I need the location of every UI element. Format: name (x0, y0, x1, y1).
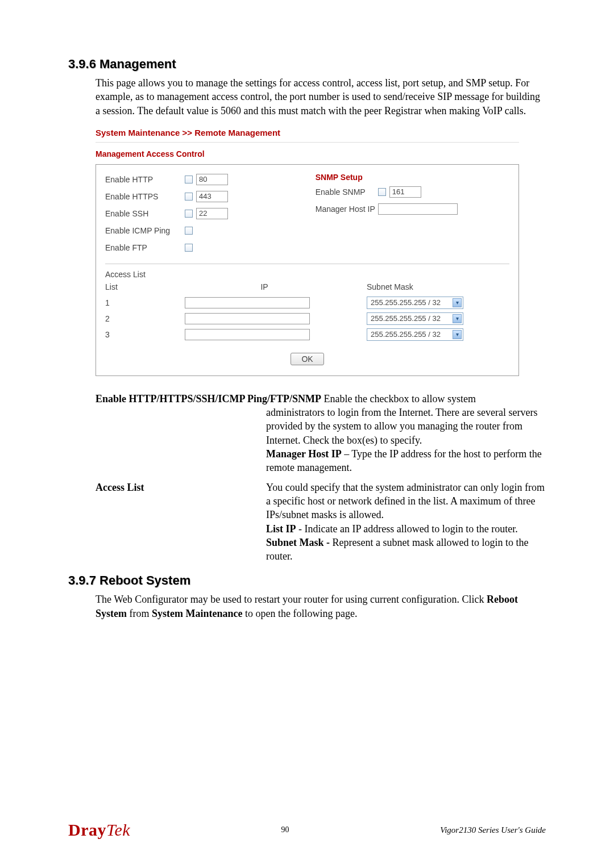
section-heading-reboot: 3.9.7 Reboot System (68, 573, 546, 588)
logo-dray: Dray (68, 820, 106, 839)
list-ip-1-input[interactable] (185, 297, 310, 308)
remote-management-screenshot: System Maintenance >> Remote Management … (96, 126, 519, 376)
list-row-3-idx: 3 (105, 327, 185, 343)
subnet-mask-3-value: 255.255.255.255 / 32 (371, 330, 453, 339)
def-listip-text: - Indicate an IP address allowed to logi… (296, 523, 518, 535)
list-ip-2-input[interactable] (185, 313, 310, 324)
def-enable-lead: Enable the checkbox to allow system (321, 393, 476, 404)
chevron-down-icon: ▾ (453, 330, 462, 339)
section-heading-management: 3.9.6 Management (68, 57, 546, 72)
access-list-section: Access List List 1 2 3 IP (105, 270, 509, 343)
def-enable-body: administrators to login from the Interne… (266, 407, 538, 446)
subnet-mask-1-select[interactable]: 255.255.255.255 / 32 ▾ (367, 297, 463, 309)
def-access-body: You could specify that the system admini… (266, 482, 545, 521)
manager-host-row: Manager Host IP (316, 202, 509, 216)
enable-icmp-label: Enable ICMP Ping (105, 226, 185, 235)
def-mhip-bold: Manager Host IP (266, 448, 342, 460)
definitions: Enable HTTP/HTTPS/SSH/ICMP Ping/FTP/SNMP… (96, 392, 546, 564)
divider (96, 142, 519, 143)
enable-ssh-label: Enable SSH (105, 209, 185, 218)
left-column: Enable HTTP 80 Enable HTTPS 443 Enable S… (105, 173, 316, 258)
https-port-input[interactable]: 443 (196, 191, 228, 202)
reboot-intro: The Web Configurator may be used to rest… (96, 592, 546, 620)
chevron-down-icon: ▾ (453, 298, 462, 307)
reboot-intro-suffix: to open the following page. (242, 608, 357, 619)
enable-ftp-label: Enable FTP (105, 243, 185, 252)
enable-http-checkbox[interactable] (185, 176, 193, 183)
enable-ftp-checkbox[interactable] (185, 244, 193, 252)
list-row-1-idx: 1 (105, 295, 185, 311)
ip-header: IP (185, 279, 344, 295)
enable-ssh-row: Enable SSH 22 (105, 207, 316, 220)
subnet-mask-3-select[interactable]: 255.255.255.255 / 32 ▾ (367, 328, 463, 341)
enable-https-label: Enable HTTPS (105, 192, 185, 201)
list-row-2-idx: 2 (105, 311, 185, 327)
reboot-intro-b2: System Maintenance (152, 608, 242, 619)
reboot-intro-mid: from (127, 608, 152, 619)
http-port-input[interactable]: 80 (196, 174, 228, 185)
right-column: SNMP Setup Enable SNMP 161 Manager Host … (316, 173, 509, 258)
def-subnet-bold: Subnet Mask - (266, 537, 333, 548)
access-list-label: Access List (105, 270, 509, 279)
list-ip-3-input[interactable] (185, 329, 310, 340)
snmp-port-input[interactable]: 161 (389, 186, 421, 198)
ssh-port-input[interactable]: 22 (196, 208, 228, 219)
panel-divider (105, 264, 509, 264)
def-access-term: Access List (96, 481, 266, 564)
enable-snmp-row: Enable SNMP 161 (316, 185, 509, 199)
list-header: List (105, 279, 185, 295)
subnet-mask-2-select[interactable]: 255.255.255.255 / 32 ▾ (367, 312, 463, 325)
logo-tek: Tek (106, 820, 130, 839)
draytek-logo: DrayTek (68, 820, 130, 840)
management-panel: Enable HTTP 80 Enable HTTPS 443 Enable S… (96, 164, 519, 376)
enable-http-label: Enable HTTP (105, 175, 185, 184)
enable-https-row: Enable HTTPS 443 (105, 190, 316, 203)
management-intro: This page allows you to manage the setti… (96, 76, 546, 118)
snmp-setup-title: SNMP Setup (316, 173, 509, 182)
enable-snmp-checkbox[interactable] (378, 188, 386, 196)
breadcrumb: System Maintenance >> Remote Management (96, 126, 519, 142)
reboot-intro-prefix: The Web Configurator may be used to rest… (96, 594, 487, 605)
enable-icmp-checkbox[interactable] (185, 227, 193, 235)
page-number: 90 (130, 825, 440, 834)
page-footer: DrayTek 90 Vigor2130 Series User's Guide (0, 820, 614, 840)
manager-host-input[interactable] (378, 203, 458, 215)
enable-https-checkbox[interactable] (185, 193, 193, 201)
subnet-mask-header: Subnet Mask (367, 279, 480, 295)
def-enable-term: Enable HTTP/HTTPS/SSH/ICMP Ping/FTP/SNMP (96, 393, 321, 404)
subnet-mask-1-value: 255.255.255.255 / 32 (371, 298, 453, 307)
def-listip-bold: List IP (266, 523, 296, 535)
guide-name: Vigor2130 Series User's Guide (440, 825, 546, 835)
chevron-down-icon: ▾ (453, 314, 462, 323)
enable-icmp-row: Enable ICMP Ping (105, 224, 316, 237)
panel-title: Management Access Control (96, 148, 519, 164)
manager-host-label: Manager Host IP (316, 205, 378, 214)
ok-button[interactable]: OK (291, 353, 323, 365)
enable-ftp-row: Enable FTP (105, 241, 316, 254)
enable-http-row: Enable HTTP 80 (105, 173, 316, 186)
subnet-mask-2-value: 255.255.255.255 / 32 (371, 314, 453, 323)
enable-snmp-label: Enable SNMP (316, 187, 378, 197)
enable-ssh-checkbox[interactable] (185, 210, 193, 218)
